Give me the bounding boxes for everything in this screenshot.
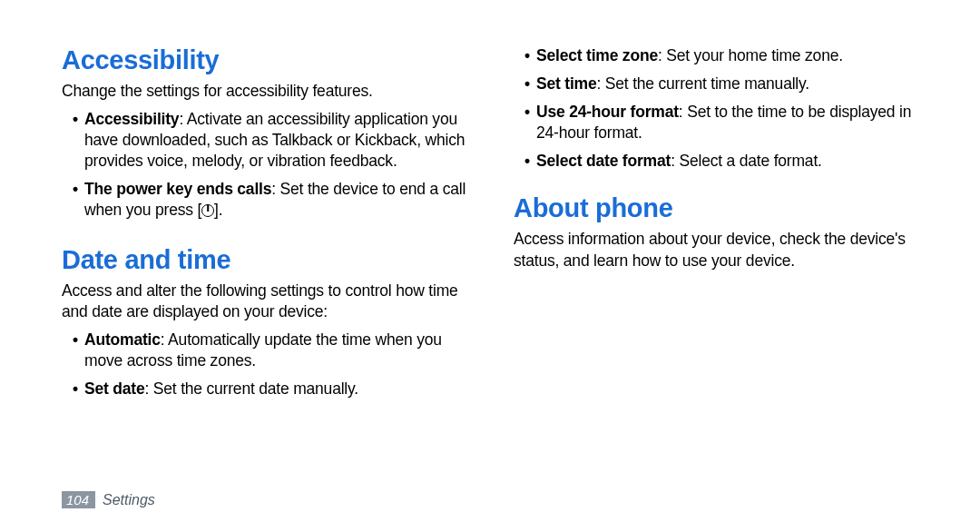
item-bold: Accessibility [84,110,179,128]
right-column: Select time zone: Set your home time zon… [514,45,927,481]
list-item: Set time: Set the current time manually. [524,74,927,94]
about-phone-section: About phone Access information about you… [514,193,927,271]
item-bold: Select date format [536,152,671,170]
item-rest: : Set your home time zone. [658,46,843,64]
list-item: Use 24-hour format: Set to the time to b… [524,102,927,143]
accessibility-section: Accessibility Change the settings for ac… [62,45,475,222]
list-item: The power key ends calls: Set the device… [73,179,475,221]
list-item: Automatic: Automatically update the time… [73,330,475,371]
about-phone-desc: Access information about your device, ch… [514,229,927,271]
item-rest: : Select a date format. [671,152,822,170]
item-bold: Set time [536,74,596,93]
item-bold: Use 24-hour format [536,103,679,121]
time-list-continued: Select time zone: Set your home time zon… [514,45,927,172]
two-column-layout: Accessibility Change the settings for ac… [62,45,927,481]
about-phone-heading: About phone [514,193,927,223]
list-item: Select date format: Select a date format… [524,151,927,172]
list-item: Select time zone: Set your home time zon… [524,45,927,66]
datetime-section: Date and time Access and alter the follo… [62,245,475,399]
list-item: Accessibility: Activate an accessibility… [73,109,475,172]
item-bold: Set date [84,379,144,398]
item-bold: Select time zone [536,46,658,64]
accessibility-heading: Accessibility [62,45,475,75]
item-bold: The power key ends calls [84,180,271,198]
page-number-badge: 104 [62,491,95,508]
footer-section-name: Settings [103,492,155,508]
power-icon [201,204,214,217]
item-rest: : Set the current time manually. [596,74,809,93]
datetime-heading: Date and time [62,245,475,275]
item-tail: ]. [214,201,222,219]
accessibility-desc: Change the settings for accessibility fe… [62,81,475,102]
datetime-desc: Access and alter the following settings … [62,281,475,322]
datetime-list: Automatic: Automatically update the time… [62,330,475,399]
left-column: Accessibility Change the settings for ac… [62,45,475,481]
list-item: Set date: Set the current date manually. [73,379,475,399]
page-footer: 104 Settings [62,491,155,508]
accessibility-list: Accessibility: Activate an accessibility… [62,109,475,221]
item-bold: Automatic [84,330,161,349]
item-rest: : Set the current date manually. [144,379,358,398]
